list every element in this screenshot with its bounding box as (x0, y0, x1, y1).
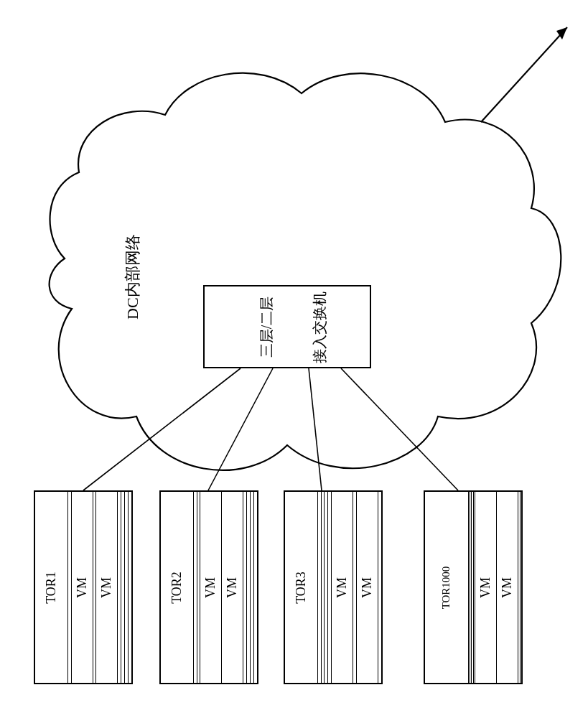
svg-line-2 (309, 368, 322, 490)
rack4-slot: VM (475, 492, 496, 683)
rack-tor2: TOR2 VM VM (159, 490, 258, 684)
cloud-label: DC内部网络 (122, 234, 144, 320)
rack1-slot: VM (95, 492, 117, 683)
rack3-slot: VM (331, 492, 353, 683)
rack4-slot: VM (496, 492, 518, 683)
rack3-slot (378, 492, 381, 683)
switch-line-1: 三层/二层 (258, 296, 277, 358)
rack3-slot: VM (356, 492, 378, 683)
rack-tor1: TOR1 VM VM (34, 490, 133, 684)
svg-line-0 (83, 368, 241, 490)
rack2-header: TOR2 (161, 492, 193, 683)
rack2-slot: VM (200, 492, 221, 683)
svg-line-4 (481, 27, 567, 122)
rack1-slot (128, 492, 131, 683)
rack1-slot: VM (71, 492, 93, 683)
rack1-header: TOR1 (35, 492, 67, 683)
rack2-slot (253, 492, 257, 683)
rack-tor3: TOR3 VM VM (284, 490, 383, 684)
rack3-header: TOR3 (285, 492, 317, 683)
diagram-canvas: DC内部网络 三层/二层 接入交换机 .sw-box > div { posit… (0, 0, 588, 718)
rack-tor1000: TOR1000 VM VM (424, 490, 523, 684)
rack4-header: TOR1000 (425, 492, 468, 683)
svg-line-1 (208, 368, 273, 490)
rack4-slot (520, 492, 521, 683)
svg-line-3 (341, 368, 458, 490)
access-switch: 三层/二层 (203, 285, 371, 368)
rack2-slot: VM (221, 492, 243, 683)
